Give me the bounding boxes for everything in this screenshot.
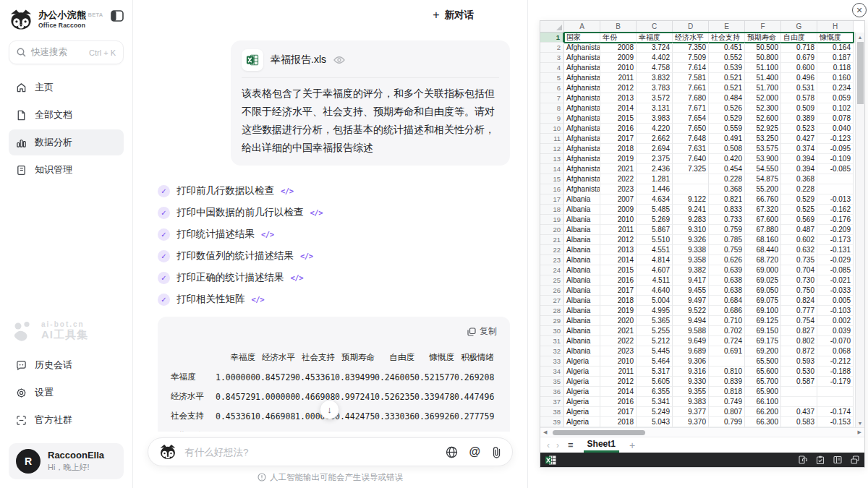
sheet-cell[interactable]: 9.330 bbox=[673, 377, 709, 387]
sheet-cell[interactable]: 2016 bbox=[600, 397, 637, 407]
sheet-cell[interactable]: 52.000 bbox=[745, 93, 781, 103]
switch-windows-icon[interactable] bbox=[851, 455, 859, 464]
sheet-cell[interactable]: 0.759 bbox=[709, 245, 745, 255]
sheet-cell[interactable]: 2.694 bbox=[637, 144, 673, 154]
sheet-cell[interactable]: 5.510 bbox=[637, 235, 673, 245]
row-number[interactable]: 11 bbox=[540, 134, 564, 144]
row-number[interactable]: 31 bbox=[540, 336, 564, 346]
sheet-cell[interactable]: -0.085 bbox=[817, 164, 854, 174]
sheet-cell[interactable]: 7.614 bbox=[673, 63, 709, 73]
sheet-cell[interactable]: 68.160 bbox=[745, 235, 781, 245]
sheet-cell[interactable]: 3.724 bbox=[637, 43, 673, 53]
sheet-cell[interactable]: 0.802 bbox=[781, 336, 817, 346]
column-header[interactable]: H bbox=[817, 21, 854, 33]
sheet-cell[interactable]: 69.000 bbox=[745, 265, 781, 275]
sheet-cell[interactable]: 年份 bbox=[600, 33, 637, 43]
sheet-cell[interactable] bbox=[817, 184, 854, 194]
sheet-cell[interactable]: 9.122 bbox=[673, 194, 709, 205]
sheet-cell[interactable]: 5.464 bbox=[637, 356, 673, 367]
sheet-cell[interactable]: 2014 bbox=[600, 103, 637, 114]
sheet-cell[interactable]: Afghanistan bbox=[564, 134, 600, 144]
sheet-cell[interactable]: 9.588 bbox=[673, 326, 709, 336]
row-number[interactable]: 15 bbox=[540, 174, 564, 184]
sheet-cell[interactable]: 0.638 bbox=[709, 286, 745, 296]
chat-input-bar[interactable]: @ bbox=[148, 437, 513, 466]
sheet-cell[interactable]: 2017 bbox=[600, 286, 637, 296]
refresh-data-icon[interactable] bbox=[799, 455, 807, 464]
sheet-cell[interactable]: 0.508 bbox=[709, 144, 745, 154]
sheet-cell[interactable]: 2008 bbox=[600, 43, 637, 53]
sheet-cell[interactable]: 69.125 bbox=[745, 316, 781, 326]
sheet-cell[interactable]: 9.494 bbox=[673, 316, 709, 326]
sheet-cell[interactable]: 5.249 bbox=[637, 407, 673, 417]
sheet-cell[interactable]: -0.179 bbox=[817, 377, 854, 387]
sheet-cell[interactable]: Albania bbox=[564, 336, 600, 346]
sheet-cell[interactable]: 7.350 bbox=[673, 43, 709, 53]
sidebar-item-community[interactable]: 官方社群 bbox=[9, 407, 124, 433]
sheet-cell[interactable]: 66.100 bbox=[745, 397, 781, 407]
sheet-cell[interactable]: 9.241 bbox=[673, 205, 709, 215]
sheet-cell[interactable]: 65.500 bbox=[745, 356, 781, 367]
sheet-cell[interactable]: 0.824 bbox=[781, 296, 817, 306]
sheet-cell[interactable]: 4.814 bbox=[637, 255, 673, 265]
sheet-cell[interactable]: -0.209 bbox=[817, 225, 854, 235]
sheet-cell[interactable]: 54.550 bbox=[745, 164, 781, 174]
clipboard-check-icon[interactable] bbox=[816, 455, 825, 464]
column-header[interactable]: A bbox=[564, 21, 600, 33]
sheet-cell[interactable]: 0.569 bbox=[781, 215, 817, 225]
sheet-cell[interactable]: 9.455 bbox=[673, 286, 709, 296]
row-number[interactable]: 29 bbox=[540, 316, 564, 326]
row-number[interactable]: 33 bbox=[540, 356, 564, 367]
sheet-cell[interactable]: 0.735 bbox=[781, 255, 817, 265]
sheet-cell[interactable] bbox=[817, 397, 854, 407]
sheet-cell[interactable]: -0.070 bbox=[817, 336, 854, 346]
sheet-cell[interactable]: 7.648 bbox=[673, 134, 709, 144]
sheet-cell[interactable]: Albania bbox=[564, 286, 600, 296]
sheet-cell[interactable]: 2010 bbox=[600, 63, 637, 73]
sheet-cell[interactable]: -0.162 bbox=[817, 205, 854, 215]
row-number[interactable]: 18 bbox=[540, 205, 564, 215]
sheet-cell[interactable]: 0.626 bbox=[709, 255, 745, 265]
sheet-cell[interactable]: 0.531 bbox=[781, 83, 817, 93]
sheet-cell[interactable]: 0.827 bbox=[781, 326, 817, 336]
sheet-cell[interactable]: 0.368 bbox=[709, 184, 745, 194]
reading-view-icon[interactable] bbox=[833, 455, 842, 464]
sheet-cell[interactable]: 2012 bbox=[600, 83, 637, 93]
sheet-cell[interactable]: 2017 bbox=[600, 134, 637, 144]
sheet-cell[interactable]: 7.654 bbox=[673, 114, 709, 124]
sheet-cell[interactable]: 9.306 bbox=[673, 356, 709, 367]
sheet-cell[interactable]: 0.078 bbox=[817, 114, 854, 124]
sheet-cell[interactable]: 3.983 bbox=[637, 114, 673, 124]
sheet-cell[interactable]: 9.310 bbox=[673, 225, 709, 235]
sheet-cell[interactable]: 9.338 bbox=[673, 245, 709, 255]
sheet-cell[interactable]: 3.572 bbox=[637, 93, 673, 103]
row-number[interactable]: 28 bbox=[540, 306, 564, 316]
sheet-cell[interactable]: 0.702 bbox=[709, 326, 745, 336]
sheet-cell[interactable]: 0.632 bbox=[781, 245, 817, 255]
row-number[interactable]: 30 bbox=[540, 326, 564, 336]
sheet-cell[interactable]: 2013 bbox=[600, 93, 637, 103]
sheet-cell[interactable]: 5.212 bbox=[637, 336, 673, 346]
collapse-sidebar-icon[interactable] bbox=[111, 10, 124, 22]
sheet-cell[interactable]: 2019 bbox=[600, 306, 637, 316]
sheet-cell[interactable]: 2015 bbox=[600, 265, 637, 275]
sheet-cell[interactable]: 53.900 bbox=[745, 154, 781, 164]
sheet-cell[interactable]: 0.750 bbox=[781, 286, 817, 296]
sheet-cell[interactable]: 66.200 bbox=[745, 407, 781, 417]
sheet-cell[interactable]: -0.131 bbox=[817, 245, 854, 255]
sheet-cell[interactable]: 52.600 bbox=[745, 114, 781, 124]
sheet-cell[interactable] bbox=[673, 174, 709, 184]
sheet-cell[interactable]: 53.250 bbox=[745, 134, 781, 144]
sheet-cell[interactable]: 2021 bbox=[600, 164, 637, 174]
sheet-cell[interactable]: 0.234 bbox=[817, 83, 854, 93]
sheet-cell[interactable]: 0.718 bbox=[781, 43, 817, 53]
sheet-cell[interactable] bbox=[781, 387, 817, 397]
sheet-cell[interactable]: 5.255 bbox=[637, 326, 673, 336]
sheet-cell[interactable]: 0.228 bbox=[781, 184, 817, 194]
sheet-menu-icon[interactable]: ≡ bbox=[568, 440, 574, 450]
row-number[interactable]: 39 bbox=[540, 417, 564, 427]
sheet-cell[interactable]: 0.839 bbox=[709, 377, 745, 387]
sheet-cell[interactable]: 69.050 bbox=[745, 286, 781, 296]
sheet-cell[interactable]: 0.394 bbox=[781, 154, 817, 164]
sheet-cell[interactable]: 4.634 bbox=[637, 194, 673, 205]
